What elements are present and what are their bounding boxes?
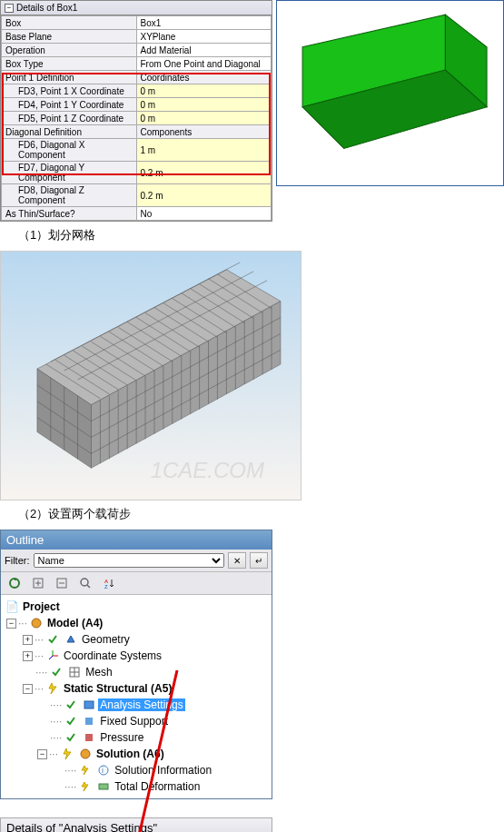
svg-point-80 — [99, 766, 108, 775]
svg-text:Z: Z — [104, 584, 108, 589]
mesh-box-icon — [1, 252, 301, 500]
solution-icon — [78, 747, 93, 761]
project-icon: 📄 — [5, 599, 19, 614]
coord-icon — [45, 649, 60, 663]
svg-point-79 — [81, 749, 90, 758]
table-row[interactable]: FD8, Diagonal Z Component0.2 m — [2, 184, 272, 207]
collapse-icon[interactable] — [52, 574, 72, 592]
minus-icon[interactable]: − — [37, 749, 47, 759]
check-icon — [49, 665, 64, 679]
filter-apply-button[interactable]: ↵ — [250, 552, 268, 569]
bolt-icon — [78, 779, 93, 794]
details-title: Details of Box1 — [16, 3, 77, 13]
3d-viewport-solid[interactable] — [276, 0, 504, 186]
tree-model[interactable]: − ··· Model (A4) — [3, 615, 270, 631]
sort-icon[interactable]: AZ — [99, 574, 119, 592]
collapse-icon[interactable]: − — [5, 4, 14, 13]
table-row[interactable]: Box TypeFrom One Point and Diagonal — [2, 57, 272, 71]
svg-line-65 — [87, 585, 90, 588]
analysis-icon — [82, 698, 96, 712]
svg-rect-82 — [99, 784, 108, 789]
check-icon — [64, 730, 78, 745]
filter-select[interactable]: Name — [34, 553, 225, 568]
model-icon — [29, 616, 44, 630]
info-icon: i — [96, 763, 111, 778]
table-row[interactable]: FD7, Diagonal Y Component0.2 m — [2, 162, 272, 184]
check-icon — [45, 632, 60, 647]
table-row[interactable]: FD5, Point 1 Z Coordinate0 m — [2, 112, 272, 125]
svg-text:i: i — [102, 766, 104, 775]
filter-label: Filter: — [5, 555, 30, 566]
support-icon — [82, 714, 96, 728]
annotation-arrow — [118, 666, 209, 832]
details-header[interactable]: − Details of Box1 — [1, 1, 272, 15]
svg-rect-77 — [85, 718, 93, 725]
table-row[interactable]: BoxBox1 — [2, 16, 272, 30]
plus-icon[interactable]: + — [23, 635, 33, 645]
details-table: BoxBox1 Base PlaneXYPlane OperationAdd M… — [1, 15, 272, 221]
svg-point-64 — [81, 579, 88, 586]
minus-icon[interactable]: − — [23, 684, 33, 694]
3d-viewport-mesh[interactable]: 1CAE.COM — [0, 251, 301, 500]
table-row[interactable]: As Thin/Surface?No — [2, 207, 272, 221]
outline-toolbar: AZ — [1, 572, 272, 595]
svg-line-83 — [136, 670, 177, 832]
check-icon — [64, 714, 78, 728]
deformation-icon — [96, 779, 111, 794]
table-row[interactable]: OperationAdd Material — [2, 44, 272, 57]
outline-header: Outline — [1, 530, 272, 550]
solid-box-icon — [277, 1, 503, 185]
refresh-icon[interactable] — [5, 574, 25, 592]
table-row[interactable]: Point 1 DefinitionCoordinates — [2, 71, 272, 84]
svg-line-72 — [49, 656, 53, 659]
tree-project[interactable]: 📄 Project — [3, 599, 270, 615]
svg-marker-69 — [67, 636, 74, 642]
bolt-icon — [45, 681, 60, 696]
bolt-icon — [78, 763, 93, 778]
pressure-icon — [82, 730, 96, 745]
tree-geometry[interactable]: + ··· Geometry — [3, 631, 270, 648]
bolt-icon — [60, 747, 74, 761]
check-icon — [64, 698, 78, 712]
caption-1: （1）划分网格 — [0, 222, 504, 251]
caption-2: （2）设置两个载荷步 — [0, 500, 504, 530]
table-row[interactable]: FD4, Point 1 Y Coordinate0 m — [2, 98, 272, 112]
plus-icon[interactable]: + — [23, 651, 33, 661]
svg-rect-78 — [85, 734, 93, 741]
details-panel-box1: − Details of Box1 BoxBox1 Base PlaneXYPl… — [0, 0, 272, 222]
table-row[interactable]: FD3, Point 1 X Coordinate0 m — [2, 84, 272, 98]
table-row[interactable]: Diagonal DefinitionComponents — [2, 125, 272, 139]
svg-point-68 — [32, 619, 41, 628]
minus-icon[interactable]: − — [6, 619, 16, 629]
filter-bar: Filter: Name ✕ ↵ — [1, 550, 272, 572]
table-row[interactable]: FD6, Diagonal X Component1 m — [2, 139, 272, 162]
expand-icon[interactable] — [28, 574, 48, 592]
tree-coord[interactable]: + ··· Coordinate Systems — [3, 648, 270, 664]
table-row[interactable]: Base PlaneXYPlane — [2, 30, 272, 44]
mesh-icon — [67, 665, 82, 679]
svg-rect-76 — [84, 701, 94, 708]
filter-clear-button[interactable]: ✕ — [228, 552, 246, 569]
geometry-icon — [64, 632, 78, 647]
search-icon[interactable] — [75, 574, 95, 592]
